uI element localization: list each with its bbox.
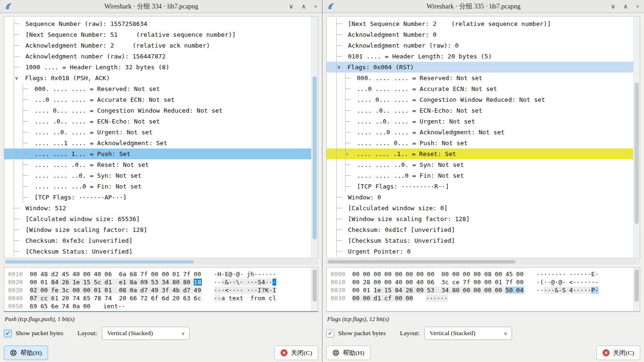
scrollbar-thumb[interactable] bbox=[328, 260, 515, 263]
packet-bytes-panel: 00100048d245400040066a687f0000017f00·H·E… bbox=[4, 267, 318, 312]
tree-row[interactable]: 000. .... .... = Reserved: Not set bbox=[4, 83, 311, 94]
help-button[interactable]: 帮助(H) bbox=[4, 346, 48, 360]
tree-row[interactable]: ...0 .... .... = Accurate ECN: Not set bbox=[4, 94, 311, 105]
hex-vertical-scrollbar[interactable] bbox=[311, 268, 318, 311]
tree-row[interactable]: [Window size scaling factor: 128] bbox=[327, 214, 633, 224]
tree-row[interactable]: .... .0.. .... = ECN-Echo: Not set bbox=[327, 105, 633, 116]
tree-row[interactable]: .... 0... .... = Congestion Window Reduc… bbox=[327, 94, 633, 105]
tree-row[interactable]: ∨Flags: 0x018 (PSH, ACK) bbox=[4, 73, 311, 83]
tree-row[interactable]: Sequence Number (raw): 1557258634 bbox=[4, 18, 311, 29]
show-packet-bytes-checkbox[interactable]: ✓ bbox=[4, 329, 12, 337]
tree-tick bbox=[23, 94, 32, 105]
tree-vertical-scrollbar[interactable] bbox=[311, 16, 318, 258]
scrollbar-thumb[interactable] bbox=[635, 82, 639, 224]
layout-dropdown[interactable]: Vertical (Stacked) ∨ bbox=[424, 327, 512, 340]
tree-row[interactable]: [TCP Flags: ·······AP···] bbox=[4, 192, 311, 203]
tree-row[interactable]: [Calculated window size: 0] bbox=[327, 203, 633, 214]
tree-row[interactable]: Acknowledgment Number: 0 bbox=[327, 29, 633, 40]
tree-row[interactable]: .... .... 0... = Push: Not set bbox=[327, 138, 633, 148]
tree-row[interactable]: .... .... ..0. = Syn: Not set bbox=[4, 170, 311, 181]
hex-bytes: 00011e15842609533480000000005004 bbox=[352, 287, 524, 294]
layout-dropdown[interactable]: Vertical (Stacked) ∨ bbox=[102, 327, 190, 340]
close-button[interactable]: × 关闭(C) bbox=[274, 346, 318, 360]
show-packet-bytes-checkbox[interactable]: ✓ bbox=[326, 329, 334, 337]
hex-row[interactable]: 004007cc6120746578742066726f6d20636c··a … bbox=[8, 294, 311, 302]
tree-row[interactable]: .... .... .0.. = Reset: Not set bbox=[4, 159, 311, 170]
tree-row[interactable]: .... .... ..0. = Syn: Not set bbox=[327, 159, 633, 170]
minimize-icon[interactable]: ∨ bbox=[611, 3, 616, 9]
tree-row[interactable]: .... 0... .... = Congestion Window Reduc… bbox=[4, 105, 311, 116]
hex-offset: 0040 bbox=[8, 295, 24, 302]
tree-row[interactable]: Acknowledgment Number: 2 (relative ack n… bbox=[4, 40, 311, 51]
hex-row[interactable]: 0020000184261e155cd1e18a095334808018···&… bbox=[8, 278, 311, 286]
tree-row[interactable]: .... ..0. .... = Urgent: Not set bbox=[4, 127, 311, 138]
tree-row[interactable]: 1000 .... = Header Length: 32 bytes (8) bbox=[4, 62, 311, 73]
hex-row[interactable]: 001000280000400040063cce7f0000017f00·(··… bbox=[330, 278, 633, 286]
tree-row[interactable]: .... .... ...0 = Fin: Not set bbox=[4, 181, 311, 192]
tree-row[interactable]: Acknowledgment number (raw): 156447872 bbox=[4, 51, 311, 62]
help-button[interactable]: 帮助(H) bbox=[326, 346, 371, 360]
tree-row-label: .... 0... .... = Congestion Window Reduc… bbox=[357, 96, 545, 103]
close-circle-icon: × bbox=[281, 349, 288, 356]
scrollbar-thumb[interactable] bbox=[635, 270, 639, 302]
tree-row[interactable]: .... ...1 .... = Acknowledgment: Set bbox=[4, 138, 311, 148]
titlebar[interactable]: Wireshark · 分组 334 · lib7.pcapng ∨ ∧ × bbox=[0, 0, 322, 13]
hex-row[interactable]: 005069656e740a00ient·· bbox=[8, 302, 311, 310]
tree-row[interactable]: Checksum: 0xfe3c [unverified] bbox=[4, 235, 311, 246]
tree-row[interactable]: [Calculated window size: 65536] bbox=[4, 214, 311, 224]
hex-dump: 00100048d245400040066a687f0000017f00·H·E… bbox=[4, 268, 311, 311]
tree-row[interactable]: .... ...0 .... = Acknowledgment: Not set bbox=[327, 127, 633, 138]
tree-row[interactable]: .... ..0. .... = Urgent: Not set bbox=[327, 116, 633, 127]
tree-row[interactable]: [Next Sequence Number: 2 (relative seque… bbox=[327, 18, 633, 29]
tree-row[interactable]: .... .0.. .... = ECN-Echo: Not set bbox=[4, 116, 311, 127]
help-buoy-icon bbox=[332, 349, 339, 356]
tree-row[interactable]: .... .... 1... = Push: Set bbox=[4, 148, 311, 159]
tree-row[interactable]: Window: 0 bbox=[327, 192, 633, 203]
minimize-icon[interactable]: ∨ bbox=[289, 3, 294, 9]
tree-row[interactable]: [Next Sequence Number: 51 (relative sequ… bbox=[4, 29, 311, 40]
scrollbar-thumb[interactable] bbox=[313, 270, 317, 302]
collapse-arrow-icon[interactable]: ∨ bbox=[14, 73, 22, 83]
tree-row[interactable]: ∨Flags: 0x004 (RST) bbox=[327, 62, 633, 73]
close-window-icon[interactable]: × bbox=[314, 3, 317, 9]
tree-row[interactable]: [Window size scaling factor: 128] bbox=[4, 224, 311, 235]
hex-ascii: ·H·E@·@· jh······ bbox=[214, 271, 276, 278]
hex-row[interactable]: 00100048d245400040066a687f0000017f00·H·E… bbox=[8, 270, 311, 278]
scrollbar-thumb[interactable] bbox=[5, 260, 194, 263]
hex-row[interactable]: 00300000d1cf0000······ bbox=[330, 294, 633, 302]
tree-row[interactable]: Checksum: 0xd1cf [unverified] bbox=[327, 224, 633, 235]
expand-arrow-icon[interactable]: › bbox=[345, 148, 354, 159]
tree-row-label: Checksum: 0xfe3c [unverified] bbox=[25, 237, 132, 244]
tree-row[interactable]: ›.... .... .1.. = Reset: Set bbox=[327, 148, 633, 159]
tree-row[interactable]: ...0 .... .... = Accurate ECN: Not set bbox=[327, 83, 633, 94]
maximize-icon[interactable]: ∧ bbox=[301, 3, 306, 9]
hex-row[interactable]: 002000011e15842609533480000000005004····… bbox=[330, 286, 633, 294]
tree-row[interactable]: Urgent Pointer: 0 bbox=[327, 246, 633, 257]
collapse-arrow-icon[interactable]: ∨ bbox=[336, 62, 345, 73]
tree-row[interactable]: 000. .... .... = Reserved: Not set bbox=[327, 73, 633, 83]
close-button-label: 关闭(C) bbox=[613, 349, 634, 357]
titlebar[interactable]: Wireshark · 分组 335 · lib7.pcapng ∨ ∧ × bbox=[322, 0, 644, 13]
tree-row[interactable]: .... .... ...0 = Fin: Not set bbox=[327, 170, 633, 181]
tree-row[interactable]: Window: 512 bbox=[4, 203, 311, 214]
tree-vertical-scrollbar[interactable] bbox=[633, 16, 640, 258]
tree-row-label: .... 0... .... = Congestion Window Reduc… bbox=[34, 107, 223, 114]
tree-horizontal-scrollbar[interactable] bbox=[4, 259, 318, 264]
tree-row[interactable]: [Checksum Status: Unverified] bbox=[327, 235, 633, 246]
tree-row[interactable]: Acknowledgment number (raw): 0 bbox=[327, 40, 633, 51]
hex-row[interactable]: 00300200fe3c00000101080ad7493f4bd749···<… bbox=[8, 286, 311, 294]
hex-vertical-scrollbar[interactable] bbox=[633, 268, 640, 311]
tree-row[interactable]: [TCP Flags: ·········R··] bbox=[327, 181, 633, 192]
tree-row[interactable]: [Checksum Status: Unverified] bbox=[4, 246, 311, 257]
close-button[interactable]: × 关闭(C) bbox=[596, 346, 640, 360]
tree-row[interactable]: 0101 .... = Header Length: 20 bytes (5) bbox=[327, 51, 633, 62]
maximize-icon[interactable]: ∧ bbox=[623, 3, 628, 9]
scrollbar-thumb[interactable] bbox=[313, 76, 317, 239]
close-window-icon[interactable]: × bbox=[636, 3, 639, 9]
hex-offset: 0030 bbox=[8, 287, 24, 294]
tree-horizontal-scrollbar[interactable] bbox=[326, 259, 640, 264]
packet-bytes-panel: 000000000000000000000000000008004500····… bbox=[326, 267, 640, 312]
tree-row-label: .... .0.. .... = ECN-Echo: Not set bbox=[357, 107, 482, 114]
tree-tick bbox=[345, 170, 354, 181]
hex-row[interactable]: 000000000000000000000000000008004500····… bbox=[330, 270, 633, 278]
